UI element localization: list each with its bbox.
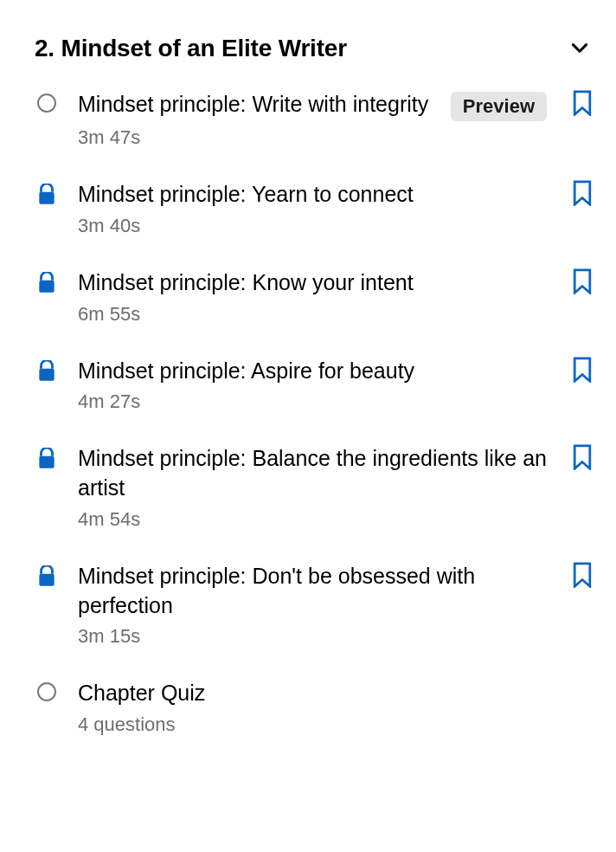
bookmark-icon[interactable] (566, 562, 592, 588)
bookmark-icon[interactable] (566, 268, 592, 294)
lesson-duration: 3m 40s (78, 215, 547, 237)
lock-icon (35, 357, 59, 383)
lesson-item[interactable]: Mindset principle: Don't be obsessed wit… (35, 562, 592, 649)
lesson-item[interactable]: Mindset principle: Know your intent 6m 5… (35, 268, 592, 326)
svg-rect-1 (39, 281, 54, 293)
lesson-duration: 3m 15s (78, 625, 547, 648)
lesson-title: Mindset principle: Aspire for beauty (78, 357, 547, 386)
lesson-body: Mindset principle: Know your intent 6m 5… (78, 268, 547, 326)
svg-rect-0 (39, 192, 54, 204)
lesson-body: Mindset principle: Write with integrity … (78, 90, 547, 149)
lesson-duration: 3m 47s (78, 126, 547, 149)
bookmark-icon[interactable] (566, 180, 592, 206)
bookmark-icon[interactable] (566, 444, 592, 470)
lesson-body: Mindset principle: Yearn to connect 3m 4… (78, 180, 547, 237)
lock-icon (35, 444, 59, 470)
lesson-item[interactable]: Mindset principle: Aspire for beauty 4m … (35, 357, 592, 414)
svg-rect-2 (39, 368, 54, 380)
lesson-duration: 4m 27s (78, 390, 547, 413)
section-title: 2. Mindset of an Elite Writer (35, 35, 347, 62)
lesson-body: Mindset principle: Don't be obsessed wit… (78, 562, 547, 649)
bookmark-icon[interactable] (566, 357, 592, 383)
status-circle-icon (35, 679, 59, 701)
lesson-body: Mindset principle: Aspire for beauty 4m … (78, 357, 547, 414)
lesson-duration: 4m 54s (78, 508, 547, 531)
lesson-item[interactable]: Mindset principle: Yearn to connect 3m 4… (35, 180, 592, 237)
lesson-title: Mindset principle: Write with integrity (78, 90, 439, 119)
lesson-item[interactable]: Mindset principle: Write with integrity … (35, 90, 592, 149)
lesson-title: Mindset principle: Balance the ingredien… (78, 444, 547, 503)
bookmark-icon[interactable] (566, 90, 592, 116)
status-circle-icon (35, 90, 59, 113)
section-header[interactable]: 2. Mindset of an Elite Writer (35, 35, 592, 62)
lesson-title: Mindset principle: Know your intent (78, 268, 547, 298)
lesson-duration: 6m 55s (78, 303, 547, 326)
lesson-body: Mindset principle: Balance the ingredien… (78, 444, 547, 531)
preview-badge[interactable]: Preview (451, 92, 547, 121)
lesson-title: Mindset principle: Don't be obsessed wit… (78, 562, 547, 621)
lesson-body: Chapter Quiz 4 questions (78, 679, 592, 736)
svg-rect-4 (39, 574, 54, 586)
lock-icon (35, 268, 59, 294)
svg-rect-3 (39, 456, 54, 468)
lock-icon (35, 562, 59, 588)
lock-icon (35, 180, 59, 206)
lesson-duration: 4 questions (78, 713, 592, 736)
lesson-title: Chapter Quiz (78, 679, 592, 708)
chevron-down-icon (568, 36, 592, 61)
lesson-title: Mindset principle: Yearn to connect (78, 180, 547, 210)
lesson-item[interactable]: Mindset principle: Balance the ingredien… (35, 444, 592, 531)
lesson-item[interactable]: Chapter Quiz 4 questions (35, 679, 592, 736)
lesson-list: Mindset principle: Write with integrity … (35, 90, 592, 736)
